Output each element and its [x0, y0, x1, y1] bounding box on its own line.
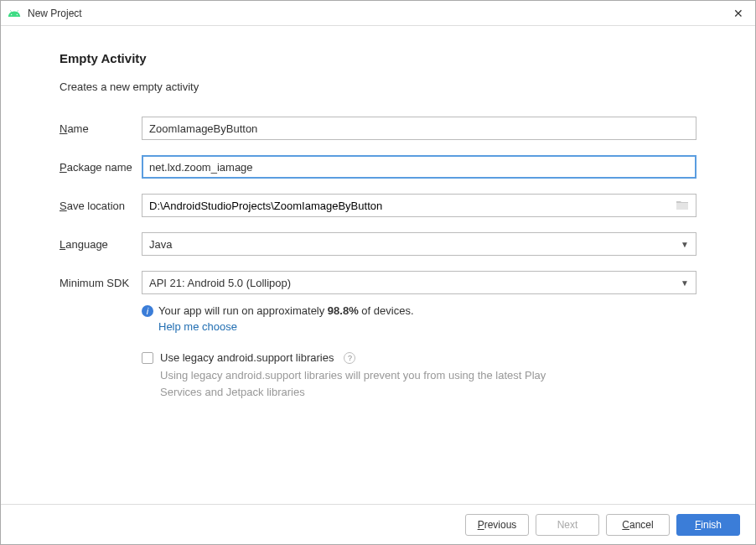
language-value: Java	[149, 238, 172, 251]
minsdk-select[interactable]: API 21: Android 5.0 (Lollipop) ▼	[142, 271, 696, 294]
close-button[interactable]: ✕	[722, 1, 755, 26]
minsdk-value: API 21: Android 5.0 (Lollipop)	[149, 277, 291, 289]
name-label: Name	[60, 122, 142, 135]
info-icon: i	[142, 305, 153, 317]
minsdk-label: Minimum SDK	[60, 277, 142, 289]
cancel-button[interactable]: Cancel	[606, 514, 670, 536]
android-icon	[8, 7, 21, 20]
legacy-libraries-row: Use legacy android.support libraries ?	[142, 351, 696, 364]
minsdk-row: Minimum SDK API 21: Android 5.0 (Lollipo…	[60, 271, 696, 294]
footer: Previous Next Cancel Finish	[1, 504, 755, 544]
package-label: Package name	[60, 161, 142, 174]
page-title: Empty Activity	[60, 51, 696, 65]
save-location-input[interactable]	[142, 195, 669, 216]
save-location-row: Save location	[60, 194, 696, 217]
page-subtitle: Creates a new empty activity	[60, 80, 696, 93]
language-row: Language Java ▼	[60, 232, 696, 256]
legacy-libraries-description: Using legacy android.support libraries w…	[160, 367, 579, 400]
previous-button[interactable]: Previous	[465, 514, 529, 536]
language-select[interactable]: Java ▼	[142, 232, 696, 256]
content-area: Empty Activity Creates a new empty activ…	[1, 26, 755, 400]
help-icon[interactable]: ?	[344, 352, 355, 364]
name-row: Name	[60, 117, 696, 140]
titlebar: New Project ✕	[1, 1, 755, 26]
save-location-label: Save location	[60, 200, 142, 212]
legacy-libraries-checkbox[interactable]	[142, 352, 153, 364]
language-label: Language	[60, 238, 142, 251]
device-info-text: Your app will run on approximately 98.8%…	[158, 304, 414, 317]
package-input[interactable]	[142, 155, 696, 179]
save-location-input-wrap	[142, 194, 696, 217]
chevron-down-icon: ▼	[681, 240, 689, 249]
finish-button[interactable]: Finish	[676, 514, 740, 536]
help-me-choose-link[interactable]: Help me choose	[158, 320, 696, 333]
next-button: Next	[536, 514, 599, 536]
name-input[interactable]	[142, 117, 696, 140]
package-row: Package name	[60, 155, 696, 179]
chevron-down-icon: ▼	[681, 278, 689, 288]
folder-browse-icon[interactable]	[676, 200, 689, 211]
legacy-libraries-label: Use legacy android.support libraries	[160, 351, 334, 364]
window-title: New Project	[28, 8, 722, 19]
device-info: i Your app will run on approximately 98.…	[142, 304, 696, 333]
